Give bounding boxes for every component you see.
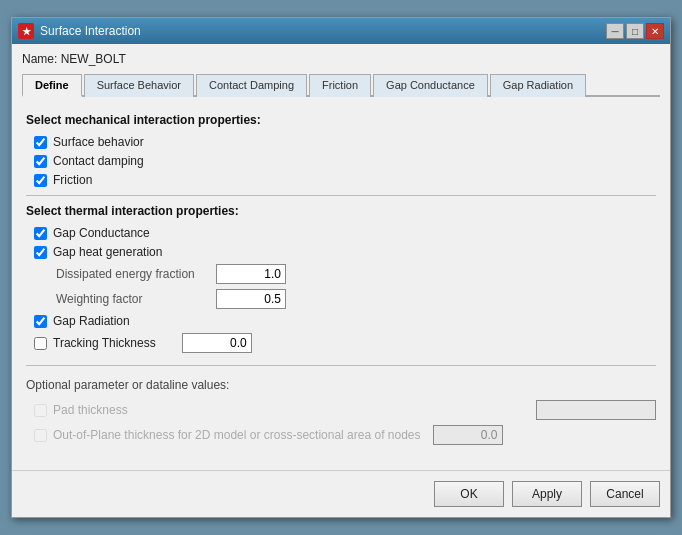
weighting-factor-label: Weighting factor: [56, 292, 216, 306]
checkbox-friction-input[interactable]: [34, 174, 47, 187]
gap-conductance-label: Gap Conductance: [53, 226, 150, 240]
tab-gap-conductance[interactable]: Gap Conductance: [373, 74, 488, 97]
friction-label: Friction: [53, 173, 92, 187]
surface-interaction-window: ★ Surface Interaction ─ □ ✕ Name: NEW_BO…: [11, 17, 671, 518]
content-area: Select mechanical interaction properties…: [22, 107, 660, 456]
tracking-thickness-input[interactable]: [182, 333, 252, 353]
name-value: NEW_BOLT: [61, 52, 126, 66]
tab-contact-damping[interactable]: Contact Damping: [196, 74, 307, 97]
maximize-button[interactable]: □: [626, 23, 644, 39]
checkbox-gap-heat-gen-input[interactable]: [34, 246, 47, 259]
weighting-factor-input[interactable]: [216, 289, 286, 309]
checkbox-gap-heat-gen: Gap heat generation: [34, 245, 656, 259]
thermal-section-title: Select thermal interaction properties:: [26, 204, 656, 218]
checkbox-out-of-plane-input: [34, 429, 47, 442]
close-button[interactable]: ✕: [646, 23, 664, 39]
checkbox-pad-thickness: Pad thickness: [34, 400, 656, 420]
window-title: Surface Interaction: [40, 24, 141, 38]
checkbox-gap-radiation-input[interactable]: [34, 315, 47, 328]
checkbox-contact-damping: Contact damping: [34, 154, 656, 168]
checkbox-surface-behavior-input[interactable]: [34, 136, 47, 149]
optional-title: Optional parameter or dataline values:: [26, 378, 656, 392]
contact-damping-label: Contact damping: [53, 154, 144, 168]
horizontal-divider: [26, 365, 656, 366]
dissipated-energy-label: Dissipated energy fraction: [56, 267, 216, 281]
checkbox-friction: Friction: [34, 173, 656, 187]
checkbox-tracking-thickness: Tracking Thickness: [34, 333, 656, 353]
name-label: Name:: [22, 52, 57, 66]
out-of-plane-label: Out-of-Plane thickness for 2D model or c…: [53, 428, 421, 442]
apply-button[interactable]: Apply: [512, 481, 582, 507]
title-bar-left: ★ Surface Interaction: [18, 23, 141, 39]
name-row: Name: NEW_BOLT: [22, 52, 660, 66]
tab-friction[interactable]: Friction: [309, 74, 371, 97]
mechanical-section-title: Select mechanical interaction properties…: [26, 113, 656, 127]
window-body: Name: NEW_BOLT Define Surface Behavior C…: [12, 44, 670, 464]
gap-heat-gen-label: Gap heat generation: [53, 245, 162, 259]
checkbox-gap-radiation: Gap Radiation: [34, 314, 656, 328]
tab-define[interactable]: Define: [22, 74, 82, 97]
checkbox-gap-conductance-input[interactable]: [34, 227, 47, 240]
weighting-factor-row: Weighting factor: [56, 289, 656, 309]
checkbox-out-of-plane: Out-of-Plane thickness for 2D model or c…: [34, 425, 656, 445]
checkbox-surface-behavior: Surface behavior: [34, 135, 656, 149]
ok-button[interactable]: OK: [434, 481, 504, 507]
checkbox-pad-thickness-input: [34, 404, 47, 417]
window-icon: ★: [18, 23, 34, 39]
tab-gap-radiation[interactable]: Gap Radiation: [490, 74, 586, 97]
pad-thickness-input: [536, 400, 656, 420]
cancel-button[interactable]: Cancel: [590, 481, 660, 507]
minimize-button[interactable]: ─: [606, 23, 624, 39]
optional-section: Optional parameter or dataline values: P…: [26, 378, 656, 445]
checkbox-gap-conductance: Gap Conductance: [34, 226, 656, 240]
title-controls: ─ □ ✕: [606, 23, 664, 39]
divider-1: [26, 195, 656, 196]
tab-surface-behavior[interactable]: Surface Behavior: [84, 74, 194, 97]
checkbox-contact-damping-input[interactable]: [34, 155, 47, 168]
tabs-container: Define Surface Behavior Contact Damping …: [22, 72, 660, 97]
dissipated-energy-input[interactable]: [216, 264, 286, 284]
surface-behavior-label: Surface behavior: [53, 135, 144, 149]
out-of-plane-input: [433, 425, 503, 445]
dissipated-energy-row: Dissipated energy fraction: [56, 264, 656, 284]
checkbox-tracking-thickness-input[interactable]: [34, 337, 47, 350]
pad-thickness-label: Pad thickness: [53, 403, 128, 417]
tracking-thickness-label: Tracking Thickness: [53, 336, 156, 350]
bottom-buttons: OK Apply Cancel: [12, 470, 670, 517]
title-bar: ★ Surface Interaction ─ □ ✕: [12, 18, 670, 44]
gap-radiation-label: Gap Radiation: [53, 314, 130, 328]
